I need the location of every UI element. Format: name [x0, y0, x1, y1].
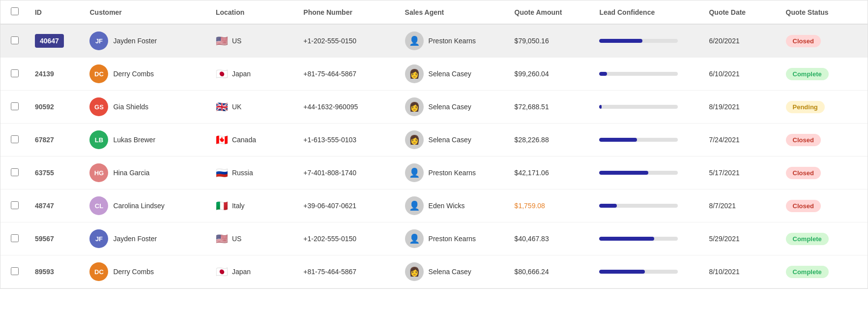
avatar: HG	[89, 163, 108, 182]
confidence-bar	[599, 105, 678, 109]
agent-name: Selena Casey	[429, 103, 471, 111]
row-checkbox[interactable]	[11, 234, 19, 242]
agent-avatar: 👤	[405, 163, 424, 182]
row-confidence	[593, 157, 703, 189]
avatar: JF	[89, 229, 108, 248]
confidence-bar	[599, 138, 678, 142]
row-customer: LB Lukas Brewer	[84, 124, 209, 157]
select-all-checkbox[interactable]	[11, 7, 19, 15]
row-id: 63755	[29, 157, 84, 189]
row-customer: GS Gia Shields	[84, 91, 209, 124]
customer-name: Carolina Lindsey	[113, 202, 164, 210]
row-id: 48747	[29, 189, 84, 222]
table-row[interactable]: 63755 HG Hina Garcia 🇷🇺 Russia +7-401-80…	[0, 157, 868, 189]
row-checkbox[interactable]	[11, 102, 19, 110]
row-checkbox[interactable]	[11, 168, 19, 176]
row-customer: DC Derry Combs	[84, 255, 209, 288]
row-status: Closed	[780, 124, 868, 157]
customer-cell: DC Derry Combs	[89, 64, 203, 83]
date-value: 8/19/2021	[709, 103, 739, 111]
id-value: 24139	[35, 70, 54, 78]
row-checkbox-cell	[0, 58, 29, 91]
customer-name: Jayden Foster	[113, 235, 157, 243]
row-agent: 👤 Preston Kearns	[399, 157, 509, 189]
customer-cell: CL Carolina Lindsey	[89, 196, 203, 215]
row-id: 24139	[29, 58, 84, 91]
agent-name: Preston Kearns	[429, 235, 476, 243]
location-cell: 🇮🇹 Italy	[216, 200, 291, 212]
amount-value: $79,050.16	[515, 37, 549, 45]
flag-icon: 🇨🇦	[216, 134, 228, 146]
table-row[interactable]: 59567 JF Jayden Foster 🇺🇸 US +1-202-555-…	[0, 222, 868, 255]
flag-icon: 🇷🇺	[216, 167, 228, 179]
row-location: 🇷🇺 Russia	[210, 157, 297, 189]
row-confidence	[593, 58, 703, 91]
table-row[interactable]: 67827 LB Lukas Brewer 🇨🇦 Canada +1-613-5…	[0, 124, 868, 157]
row-amount: $42,171.06	[509, 157, 594, 189]
customer-cell: LB Lukas Brewer	[89, 130, 203, 149]
id-value: 63755	[35, 169, 54, 177]
agent-avatar: 👩	[405, 130, 424, 149]
row-checkbox[interactable]	[11, 36, 19, 44]
header-phone: Phone Number	[297, 0, 399, 24]
amount-value: $40,467.83	[515, 235, 549, 243]
row-checkbox[interactable]	[11, 135, 19, 143]
header-agent: Sales Agent	[399, 0, 509, 24]
status-badge: Closed	[786, 200, 821, 212]
agent-avatar: 👤	[405, 229, 424, 248]
row-checkbox[interactable]	[11, 201, 19, 209]
row-agent: 👩 Selena Casey	[399, 91, 509, 124]
agent-cell: 👩 Selena Casey	[405, 97, 503, 116]
status-badge: Pending	[786, 101, 825, 113]
country-name: US	[232, 37, 241, 45]
row-customer: DC Derry Combs	[84, 58, 209, 91]
table-row[interactable]: 24139 DC Derry Combs 🇯🇵 Japan +81-75-464…	[0, 58, 868, 91]
confidence-fill	[599, 72, 607, 76]
date-value: 6/10/2021	[709, 70, 739, 78]
status-badge: Closed	[786, 134, 821, 146]
row-date: 8/19/2021	[703, 91, 780, 124]
phone-number: +7-401-808-1740	[303, 169, 356, 177]
agent-name: Selena Casey	[429, 70, 471, 78]
row-amount: $72,688.51	[509, 91, 594, 124]
phone-number: +1-613-555-0103	[303, 136, 356, 144]
table-row[interactable]: 89593 DC Derry Combs 🇯🇵 Japan +81-75-464…	[0, 255, 868, 288]
row-phone: +39-06-407-0621	[297, 189, 399, 222]
row-checkbox-cell	[0, 222, 29, 255]
agent-cell: 👤 Preston Kearns	[405, 32, 503, 50]
id-value: 59567	[35, 235, 54, 243]
amount-value: $99,260.04	[515, 70, 549, 78]
row-location: 🇺🇸 US	[210, 24, 297, 58]
table-row[interactable]: 90592 GS Gia Shields 🇬🇧 UK +44-1632-9600…	[0, 91, 868, 124]
row-date: 5/17/2021	[703, 157, 780, 189]
agent-avatar: 👤	[405, 196, 424, 215]
phone-number: +81-75-464-5867	[303, 268, 356, 276]
customer-name: Derry Combs	[113, 268, 153, 276]
agent-cell: 👩 Selena Casey	[405, 130, 503, 149]
row-phone: +1-202-555-0150	[297, 222, 399, 255]
header-customer: Customer	[84, 0, 209, 24]
confidence-fill	[599, 270, 645, 274]
agent-name: Eden Wicks	[429, 202, 465, 210]
row-checkbox[interactable]	[11, 69, 19, 77]
row-id: 90592	[29, 91, 84, 124]
phone-number: +81-75-464-5867	[303, 70, 356, 78]
location-cell: 🇷🇺 Russia	[216, 167, 291, 179]
row-status: Pending	[780, 91, 868, 124]
table-row[interactable]: 40647 JF Jayden Foster 🇺🇸 US +1-202-555-…	[0, 24, 868, 58]
row-phone: +81-75-464-5867	[297, 58, 399, 91]
row-agent: 👤 Preston Kearns	[399, 24, 509, 58]
id-value: 89593	[35, 268, 54, 276]
header-amount: Quote Amount	[509, 0, 594, 24]
amount-value: $28,226.88	[515, 136, 549, 144]
table-row[interactable]: 48747 CL Carolina Lindsey 🇮🇹 Italy +39-0…	[0, 189, 868, 222]
agent-avatar: 👤	[405, 32, 424, 50]
location-cell: 🇺🇸 US	[216, 233, 291, 245]
customer-name: Derry Combs	[113, 70, 153, 78]
id-badge: 40647	[35, 34, 64, 48]
row-customer: JF Jayden Foster	[84, 24, 209, 58]
confidence-bar	[599, 39, 678, 43]
customer-name: Lukas Brewer	[113, 136, 155, 144]
date-value: 6/20/2021	[709, 37, 739, 45]
row-checkbox[interactable]	[11, 267, 19, 275]
